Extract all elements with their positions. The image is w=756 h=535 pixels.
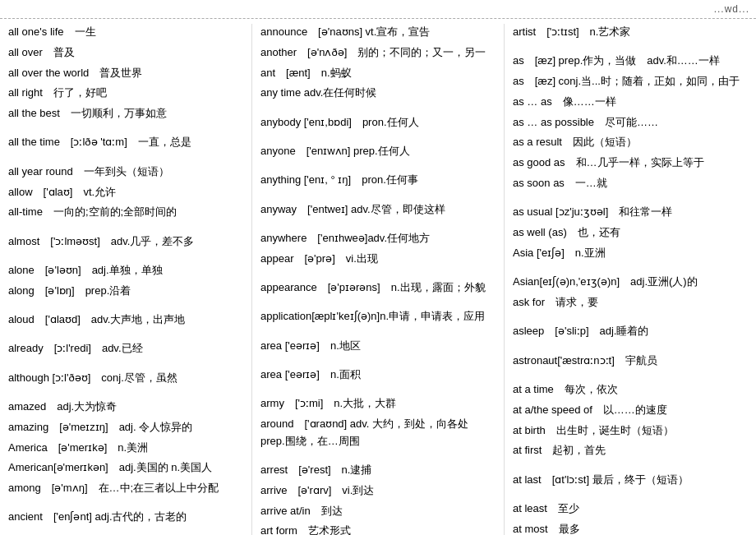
list-item: as [æz] prep.作为，当做 adv.和……一样 bbox=[513, 53, 748, 70]
list-item: at most 最多 bbox=[513, 521, 748, 535]
list-item bbox=[513, 372, 748, 378]
list-item: any time adv.在任何时候 bbox=[260, 85, 496, 102]
list-item: as soon as 一…就 bbox=[513, 175, 748, 192]
list-item: American[ə'merɪkən] adj.美国的 n.美国人 bbox=[8, 459, 243, 477]
list-item: at least 至少 bbox=[513, 500, 748, 518]
list-item bbox=[8, 155, 243, 160]
list-item: asleep [ə'sliːp] adj.睡着的 bbox=[513, 323, 748, 340]
list-item: all year round 一年到头（短语） bbox=[8, 164, 243, 181]
list-item: at last [ɑt'lɔːst] 最后，终于（短语） bbox=[513, 472, 748, 489]
column-2: announce [ə'naʊns] vt.宣布，宣告another [ə'nʌ… bbox=[252, 24, 505, 535]
list-item: allow ['ɑlaʊ] vt.允许 bbox=[8, 184, 243, 201]
list-item: artist ['ɔːtɪst] n.艺术家 bbox=[513, 24, 748, 41]
list-item: anything ['enɪ, ° ɪŋ] pron.任何事 bbox=[260, 172, 496, 189]
list-item: as usual [ɔz'juːʒʊəl] 和往常一样 bbox=[513, 204, 748, 221]
list-item: area ['eərɪə] n.面积 bbox=[260, 367, 496, 384]
list-item bbox=[8, 332, 243, 338]
list-item: anybody ['enɪ,bɒdi] pron.任何人 bbox=[260, 114, 496, 131]
list-item bbox=[260, 387, 496, 393]
list-item: all over 普及 bbox=[8, 44, 243, 62]
list-item: application[æplɪ'keɪʃ(ə)n]n.申请，申请表，应用 bbox=[260, 308, 496, 325]
list-item: all over the world 普及世界 bbox=[8, 65, 243, 82]
list-item bbox=[260, 105, 496, 111]
list-item: aloud ['ɑlaʊd] adv.大声地，出声地 bbox=[8, 311, 243, 329]
list-item bbox=[8, 126, 243, 131]
list-item: all one's life 一生 bbox=[8, 24, 243, 41]
list-item bbox=[513, 344, 748, 349]
list-item bbox=[8, 390, 243, 395]
list-item: as … as 像……一样 bbox=[513, 94, 748, 111]
list-item bbox=[513, 463, 748, 468]
list-item: at first 起初，首先 bbox=[513, 442, 748, 459]
list-item bbox=[8, 224, 243, 230]
list-item: army ['ɔːmi] n.大批，大群 bbox=[260, 395, 496, 413]
list-item: anyone ['enɪwʌn] prep.任何人 bbox=[260, 143, 496, 160]
list-item bbox=[8, 500, 243, 506]
list-item bbox=[513, 265, 748, 271]
list-item: ant [ænt] n.蚂蚁 bbox=[260, 65, 496, 82]
list-item: along [ə'lɒŋ] prep.沿着 bbox=[8, 283, 243, 300]
list-item: arrive [ə'rɑrv] vi.到达 bbox=[260, 482, 496, 500]
list-item bbox=[513, 315, 748, 321]
list-item: all the best 一切顺利，万事如意 bbox=[8, 105, 243, 122]
list-item: all right 行了，好吧 bbox=[8, 85, 243, 102]
list-item bbox=[8, 361, 243, 367]
list-item bbox=[260, 270, 496, 276]
list-item: another [ə'nʌðə] 别的；不同的；又一，另一 bbox=[260, 44, 496, 62]
list-item: astronaut['æstrɑːnɔːt] 宇航员 bbox=[513, 353, 748, 370]
list-item: as well (as) 也，还有 bbox=[513, 224, 748, 242]
list-item: amazed adj.大为惊奇 bbox=[8, 399, 243, 416]
list-item: as [æz] conj.当...时；随着，正如，如同，由于 bbox=[513, 73, 748, 90]
list-item: around ['ɑraʊnd] adv. 大约，到处，向各处 prep.围绕，… bbox=[260, 416, 496, 450]
list-item bbox=[513, 491, 748, 497]
list-item: America [ə'merɪkə] n.美洲 bbox=[8, 440, 243, 457]
column-3: artist ['ɔːtɪst] n.艺术家 as [æz] prep.作为，当… bbox=[505, 24, 756, 535]
list-item: at a time 每次，依次 bbox=[513, 381, 748, 399]
list-item: almost ['ɔːlməʊst] adv.几乎，差不多 bbox=[8, 233, 243, 251]
column-1: all one's life 一生all over 普及all over the… bbox=[0, 24, 252, 535]
list-item: ancient ['enʃənt] adj.古代的，古老的 bbox=[8, 509, 243, 526]
list-item: as good as 和…几乎一样，实际上等于 bbox=[513, 155, 748, 172]
list-item: amazing [ə'meɪzɪŋ] adj. 令人惊异的 bbox=[8, 419, 243, 436]
list-item: appear [ə'prə] vi.出现 bbox=[260, 251, 496, 268]
list-item bbox=[260, 454, 496, 459]
list-item: already [ɔːl'redi] adv.已经 bbox=[8, 340, 243, 357]
list-item bbox=[513, 196, 748, 201]
list-item bbox=[260, 134, 496, 140]
list-item: as … as possible 尽可能…… bbox=[513, 114, 748, 131]
list-item bbox=[260, 329, 496, 334]
list-item bbox=[260, 192, 496, 198]
list-item bbox=[260, 221, 496, 227]
top-bar: ...wd... bbox=[0, 0, 756, 19]
list-item: arrest [ə'rest] n.逮捕 bbox=[260, 462, 496, 479]
list-item: although [ɔːl'ðəʊ] conj.尽管，虽然 bbox=[8, 370, 243, 387]
list-item: at birth 出生时，诞生时（短语） bbox=[513, 422, 748, 440]
list-item: all-time 一向的;空前的;全部时间的 bbox=[8, 204, 243, 221]
list-item: appearance [ə'pɪərəns] n.出现，露面；外貌 bbox=[260, 279, 496, 297]
list-item: as a result 因此（短语） bbox=[513, 134, 748, 151]
list-item: all the time [ɔːlðə 'tɑːm] 一直，总是 bbox=[8, 134, 243, 151]
list-item bbox=[260, 300, 496, 306]
list-item: anyway ['entweɪ] adv.尽管，即使这样 bbox=[260, 201, 496, 219]
top-bar-link[interactable]: ...wd... bbox=[714, 3, 749, 15]
list-item: Asian[eɪʃ(ə)n,'eɪʒ(ə)n] adj.亚洲(人)的 bbox=[513, 274, 748, 291]
list-item bbox=[513, 44, 748, 50]
list-item bbox=[8, 253, 243, 259]
list-item: art form 艺术形式 bbox=[260, 523, 496, 535]
list-item bbox=[260, 164, 496, 169]
list-item bbox=[8, 529, 243, 535]
content-area: all one's life 一生all over 普及all over the… bbox=[0, 19, 756, 535]
list-item: among [ə'mʌŋ] 在…中;在三者以上中分配 bbox=[8, 480, 243, 497]
list-item: at a/the speed of 以……的速度 bbox=[513, 402, 748, 419]
list-item bbox=[260, 357, 496, 363]
list-item: alone [ə'ləʊn] adj.单独，单独 bbox=[8, 262, 243, 279]
list-item bbox=[8, 303, 243, 309]
list-item: area ['eərɪə] n.地区 bbox=[260, 338, 496, 355]
list-item: announce [ə'naʊns] vt.宣布，宣告 bbox=[260, 24, 496, 41]
list-item: anywhere ['enɪhweə]adv.任何地方 bbox=[260, 230, 496, 247]
list-item: ask for 请求，要 bbox=[513, 294, 748, 311]
list-item: arrive at/in 到达 bbox=[260, 503, 496, 520]
list-item: Asia ['eɪʃə] n.亚洲 bbox=[513, 245, 748, 262]
